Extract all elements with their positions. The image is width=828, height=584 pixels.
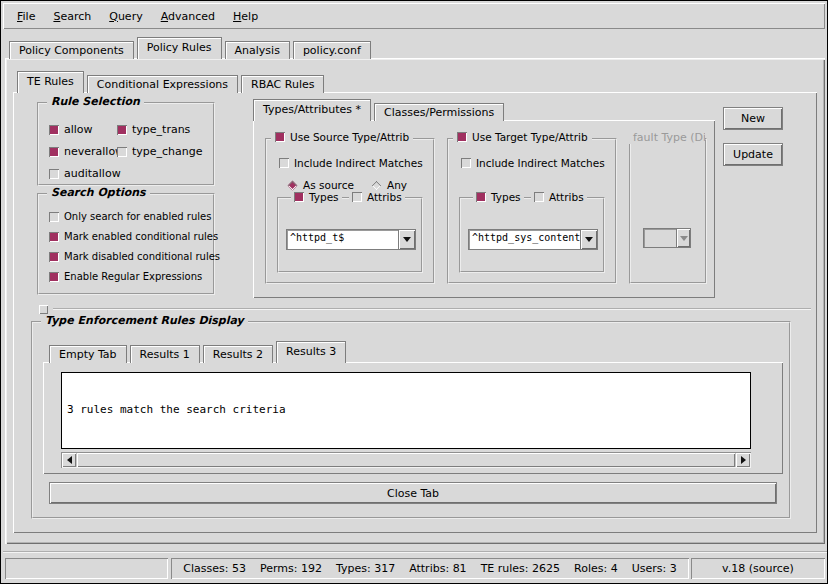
default-type-combo — [643, 228, 691, 248]
target-type-group: Use Target Type/Attrib Include Indirect … — [447, 138, 617, 284]
menu-advanced-rest: dvanced — [168, 10, 215, 23]
main-tab-bar: Policy Components Policy Rules Analysis … — [9, 36, 374, 59]
tab-classes-permissions-label: Classes/Permissions — [384, 106, 494, 119]
menu-file[interactable]: File — [8, 7, 44, 26]
source-types-checkbox[interactable]: Types — [291, 191, 342, 203]
menu-query-key: Q — [109, 10, 118, 23]
menu-advanced[interactable]: Advanced — [152, 7, 224, 26]
results-horizontal-scrollbar[interactable] — [61, 452, 751, 468]
new-button[interactable]: New — [723, 107, 783, 130]
type-trans-checkbox[interactable]: type_trans — [117, 123, 190, 136]
source-type-combo-entry[interactable]: ^httpd_t$ — [286, 229, 399, 250]
update-button[interactable]: Update — [723, 143, 783, 166]
regex-checkbox[interactable]: Enable Regular Expressions — [49, 271, 202, 282]
stat-perms: Perms: 192 — [260, 562, 322, 575]
checkbox-indicator — [294, 192, 304, 202]
target-attribs-checkbox[interactable]: Attribs — [531, 191, 587, 203]
checkbox-indicator — [49, 232, 59, 242]
radio-indicator — [372, 180, 382, 190]
stat-attribs-label: Attribs: — [409, 562, 449, 575]
version-text: v.18 (source) — [722, 562, 794, 575]
checkbox-indicator — [49, 272, 59, 282]
stat-attribs-value: 81 — [453, 562, 467, 575]
regex-label: Enable Regular Expressions — [64, 271, 202, 282]
source-type-combo: ^httpd_t$ — [286, 229, 416, 250]
criteria-tab-bar: Types/Attributes * Classes/Permissions — [253, 100, 507, 121]
checkbox-indicator — [49, 252, 59, 262]
stat-roles-label: Roles: — [574, 562, 607, 575]
auditallow-checkbox[interactable]: auditallow — [49, 167, 121, 180]
target-types-checkbox[interactable]: Types — [473, 191, 524, 203]
tab-results-1[interactable]: Results 1 — [130, 345, 200, 363]
checkbox-indicator — [49, 125, 59, 135]
menubar: File Search Query Advanced Help — [3, 3, 825, 29]
target-type-combo-entry[interactable]: ^httpd_sys_content_t$ — [468, 229, 581, 250]
stat-te-rules-label: TE rules: — [481, 562, 529, 575]
app-window: File Search Query Advanced Help Policy C… — [0, 0, 828, 584]
stat-roles: Roles: 4 — [574, 562, 618, 575]
source-attribs-checkbox[interactable]: Attribs — [349, 191, 405, 203]
checkbox-indicator — [49, 212, 59, 222]
pane-sash-handle[interactable] — [39, 305, 48, 314]
tab-te-rules[interactable]: TE Rules — [17, 71, 84, 93]
radio-indicator — [288, 180, 298, 190]
statusbar-divider — [3, 551, 827, 553]
allow-checkbox[interactable]: allow — [49, 123, 93, 136]
target-attribs-label: Attribs — [549, 191, 584, 203]
type-change-checkbox[interactable]: type_change — [117, 145, 203, 158]
as-source-label: As source — [303, 179, 354, 191]
target-types-attribs-frame: Types Attribs ^httpd_sys_content_t$ — [459, 197, 605, 273]
tab-policy-components[interactable]: Policy Components — [9, 41, 134, 59]
checkbox-indicator — [476, 192, 486, 202]
tab-results-3[interactable]: Results 3 — [276, 341, 346, 363]
mark-enabled-label: Mark enabled conditional rules — [64, 231, 218, 242]
default-type-combo-entry — [643, 228, 677, 248]
enabled-rules-checkbox[interactable]: Only search for enabled rules — [49, 211, 211, 222]
source-type-combo-arrow[interactable] — [399, 229, 416, 250]
scrollbar-thumb[interactable] — [77, 453, 735, 467]
tab-results-2[interactable]: Results 2 — [203, 345, 273, 363]
mark-disabled-checkbox[interactable]: Mark disabled conditional rules — [49, 251, 220, 262]
tab-policy-rules[interactable]: Policy Rules — [137, 37, 222, 59]
source-attribs-label: Attribs — [367, 191, 402, 203]
tab-policy-conf[interactable]: policy.conf — [293, 41, 371, 59]
scroll-right-button[interactable] — [736, 453, 750, 467]
any-label: Any — [387, 179, 407, 191]
close-tab-button[interactable]: Close Tab — [49, 482, 777, 504]
as-source-radio[interactable]: As source — [287, 179, 354, 191]
tab-empty-tab[interactable]: Empty Tab — [49, 345, 127, 363]
checkbox-indicator — [352, 192, 362, 202]
target-types-label: Types — [491, 191, 521, 203]
checkbox-indicator — [534, 192, 544, 202]
use-target-checkbox[interactable]: Use Target Type/Attrib — [453, 131, 592, 143]
search-options-group: Search Options Only search for enabled r… — [37, 193, 215, 295]
tab-classes-permissions[interactable]: Classes/Permissions — [374, 103, 504, 121]
source-indirect-checkbox[interactable]: Include Indirect Matches — [279, 157, 423, 169]
status-version-cell: v.18 (source) — [691, 558, 825, 579]
neverallow-checkbox[interactable]: neverallow — [49, 145, 124, 158]
default-type-title: fault Type (Disa — [629, 131, 705, 144]
menu-advanced-key: A — [161, 10, 168, 23]
source-type-group: Use Source Type/Attrib Include Indirect … — [265, 138, 435, 284]
menu-help[interactable]: Help — [224, 7, 267, 26]
tab-conditional-expressions[interactable]: Conditional Expressions — [87, 75, 238, 93]
tab-rbac-rules[interactable]: RBAC Rules — [241, 75, 324, 93]
target-type-combo-arrow[interactable] — [581, 229, 598, 250]
results-text-area[interactable]: 3 rules match the search criteria 5822 a… — [61, 372, 751, 449]
mark-enabled-checkbox[interactable]: Mark enabled conditional rules — [49, 231, 218, 242]
stat-types: Types: 317 — [336, 562, 395, 575]
target-indirect-label: Include Indirect Matches — [476, 157, 605, 169]
any-radio[interactable]: Any — [371, 179, 407, 191]
results-blank-line — [67, 445, 745, 449]
stat-classes: Classes: 53 — [183, 562, 246, 575]
tab-types-attributes[interactable]: Types/Attributes * — [253, 99, 371, 121]
use-source-checkbox[interactable]: Use Source Type/Attrib — [271, 131, 413, 143]
close-tab-button-label: Close Tab — [387, 487, 439, 500]
scroll-left-button[interactable] — [62, 453, 76, 467]
menu-search[interactable]: Search — [44, 7, 100, 26]
tab-analysis[interactable]: Analysis — [225, 41, 290, 59]
target-indirect-checkbox[interactable]: Include Indirect Matches — [461, 157, 605, 169]
menu-file-rest: ile — [23, 10, 36, 23]
menu-query[interactable]: Query — [100, 7, 151, 26]
tab-types-attributes-label: Types/Attributes * — [263, 103, 361, 116]
